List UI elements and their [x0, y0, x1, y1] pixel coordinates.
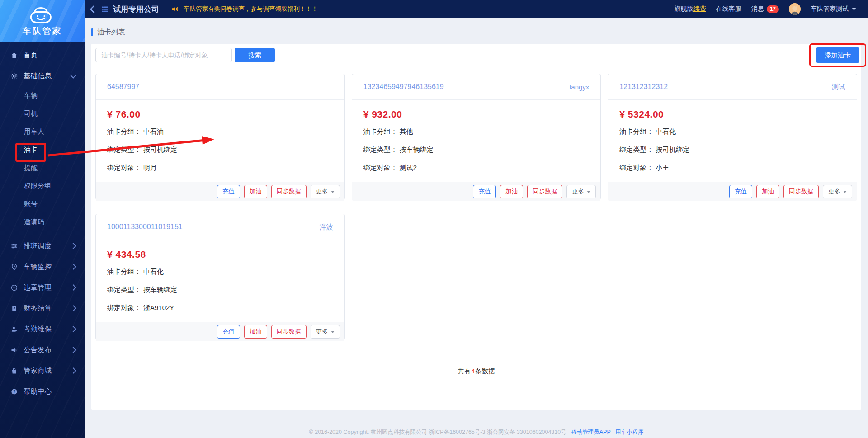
- more-button[interactable]: 更多: [566, 185, 596, 198]
- sidebar-group-item[interactable]: 车辆监控: [0, 256, 85, 277]
- sidebar-subitem[interactable]: 司机: [0, 104, 85, 122]
- sidebar-subitem-label: 用车人: [24, 127, 44, 135]
- sidebar-item-basic-info[interactable]: 基础信息: [0, 66, 85, 86]
- add-fuel-card-button[interactable]: 添加油卡: [816, 47, 859, 63]
- app-logo[interactable]: 车队管家: [0, 0, 85, 42]
- logo-cars-icon: [28, 5, 57, 25]
- sidebar-group-item[interactable]: ? 帮助中心: [0, 381, 85, 402]
- recharge-button[interactable]: 充值: [217, 325, 240, 339]
- count-number: 4: [471, 367, 475, 375]
- sidebar-group-label: 管家商城: [24, 366, 71, 376]
- card-bind-target-value: 小王: [656, 164, 669, 171]
- sidebar-item-home[interactable]: 首页: [0, 45, 85, 66]
- sidebar-subitem[interactable]: 邀请码: [0, 213, 85, 231]
- sidebar-group-label: 车辆监控: [24, 262, 71, 272]
- fuel-card-header: 13234659497946135619 tangyx: [352, 74, 601, 100]
- home-icon: [10, 51, 18, 59]
- sidebar-subitem[interactable]: 账号: [0, 195, 85, 213]
- avatar[interactable]: [789, 3, 801, 15]
- card-number[interactable]: 64587997: [107, 83, 139, 91]
- sidebar-subitem-label: 账号: [24, 200, 38, 207]
- sidebar: 车队管家 首页 基础信息 车辆: [0, 0, 85, 438]
- chevron-down-icon: [70, 72, 76, 79]
- more-label: 更多: [316, 328, 328, 336]
- sync-data-button[interactable]: 同步数据: [527, 185, 562, 198]
- online-service-link[interactable]: 在线客服: [716, 5, 741, 13]
- messages-link[interactable]: 消息 17: [751, 5, 779, 13]
- sidebar-group-item[interactable]: 违章管理: [0, 277, 85, 298]
- sidebar-nav: 首页 基础信息 车辆 司机 用车人 油卡 提醒 权: [0, 42, 85, 402]
- card-bind-type-label: 绑定类型：: [619, 146, 653, 153]
- card-group-value: 中石化: [656, 127, 676, 135]
- sidebar-subitem[interactable]: 提醒: [0, 159, 85, 177]
- fuel-card-body: ¥ 932.00 油卡分组：其他 绑定类型：按车辆绑定 绑定对象：测试2: [352, 100, 601, 182]
- card-holder: 测试: [832, 83, 845, 91]
- card-number[interactable]: 1000113300011019151: [107, 223, 183, 231]
- admin-app-link[interactable]: 移动管理员APP: [571, 429, 610, 435]
- menu-list-icon[interactable]: [101, 5, 109, 14]
- footer-copyright: © 2016-2020 Copyright. 杭州圆点科技有限公司 浙ICP备1…: [85, 429, 868, 436]
- sidebar-subitem[interactable]: 权限分组: [0, 177, 85, 195]
- card-number[interactable]: 121312312312: [619, 83, 668, 91]
- messages-badge: 17: [767, 5, 779, 13]
- more-button[interactable]: 更多: [311, 185, 340, 198]
- refuel-button[interactable]: 加油: [244, 185, 267, 198]
- card-balance: ¥ 76.00: [107, 109, 333, 120]
- search-button[interactable]: 搜索: [235, 48, 275, 62]
- sidebar-subitem[interactable]: 油卡: [0, 141, 85, 159]
- app-name: 车队管家: [23, 25, 62, 37]
- card-bind-type-value: 按司机绑定: [656, 146, 689, 153]
- card-bind-type-value: 按车辆绑定: [143, 286, 177, 293]
- refuel-button[interactable]: 加油: [244, 325, 267, 339]
- more-button[interactable]: 更多: [311, 325, 340, 339]
- app-window: 车队管家 首页 基础信息 车辆: [0, 0, 868, 438]
- sync-data-button[interactable]: 同步数据: [271, 325, 307, 339]
- fuel-card-header: 64587997: [96, 74, 344, 100]
- chevron-right-icon: [70, 367, 76, 374]
- fuel-card-grid: 64587997 ¥ 76.00 油卡分组：中石油 绑定类型：按司机绑定 绑定对…: [95, 74, 857, 340]
- sidebar-group-item[interactable]: 排班调度: [0, 235, 85, 256]
- sync-data-button[interactable]: 同步数据: [271, 185, 307, 198]
- sidebar-group-item[interactable]: 管家商城: [0, 360, 85, 381]
- chevron-right-icon: [70, 326, 76, 332]
- sync-data-button[interactable]: 同步数据: [783, 185, 819, 198]
- chevron-right-icon: [70, 243, 76, 249]
- plan-renew-link[interactable]: 旗舰版续费: [675, 5, 706, 13]
- sidebar-subitem[interactable]: 车辆: [0, 86, 85, 104]
- recharge-button[interactable]: 充值: [473, 185, 496, 198]
- topbar: 试用专用公司 车队管家有奖问卷调查，参与调查领取福利！！！ 旗舰版续费 在线客服…: [85, 0, 868, 18]
- more-button[interactable]: 更多: [823, 185, 852, 198]
- copyright-text: © 2016-2020 Copyright. 杭州圆点科技有限公司 浙ICP备1…: [309, 429, 566, 435]
- announcement-text[interactable]: 车队管家有奖问卷调查，参与调查领取福利！！！: [184, 5, 318, 13]
- back-icon[interactable]: [90, 5, 98, 13]
- card-number[interactable]: 13234659497946135619: [363, 83, 444, 91]
- gear-icon: [10, 72, 18, 80]
- card-bind-target-label: 绑定对象：: [363, 164, 397, 171]
- refuel-button[interactable]: 加油: [500, 185, 523, 198]
- recharge-button[interactable]: 充值: [729, 185, 752, 198]
- card-bind-target-value: 测试2: [400, 164, 417, 171]
- company-name[interactable]: 试用专用公司: [113, 4, 159, 14]
- messages-label: 消息: [751, 5, 764, 13]
- mini-program-link[interactable]: 用车小程序: [615, 429, 644, 435]
- annotation-box-add-button: 添加油卡: [809, 43, 866, 67]
- search-input[interactable]: [95, 48, 232, 62]
- sidebar-subitem-label: 油卡: [24, 146, 38, 153]
- recharge-button[interactable]: 充值: [217, 185, 240, 198]
- fuel-card-footer: 充值 加油 同步数据 更多: [608, 182, 857, 201]
- count-prefix: 共有: [458, 367, 471, 375]
- sidebar-group-item[interactable]: 考勤维保: [0, 319, 85, 339]
- sidebar-group-item[interactable]: 财务结算: [0, 298, 85, 319]
- refuel-button[interactable]: 加油: [756, 185, 779, 198]
- chevron-down-icon: [852, 8, 856, 10]
- megaphone-icon: [10, 346, 18, 354]
- sidebar-group-item[interactable]: 公告发布: [0, 339, 85, 360]
- account-menu[interactable]: 车队管家测试: [811, 5, 856, 13]
- sidebar-subitem-label: 车辆: [24, 91, 38, 99]
- more-label: 更多: [828, 188, 840, 196]
- more-label: 更多: [572, 188, 584, 196]
- sidebar-subitem[interactable]: 用车人: [0, 122, 85, 141]
- card-balance: ¥ 5324.00: [619, 109, 845, 120]
- renew-link[interactable]: 续费: [693, 5, 706, 12]
- card-group-label: 油卡分组：: [107, 127, 141, 135]
